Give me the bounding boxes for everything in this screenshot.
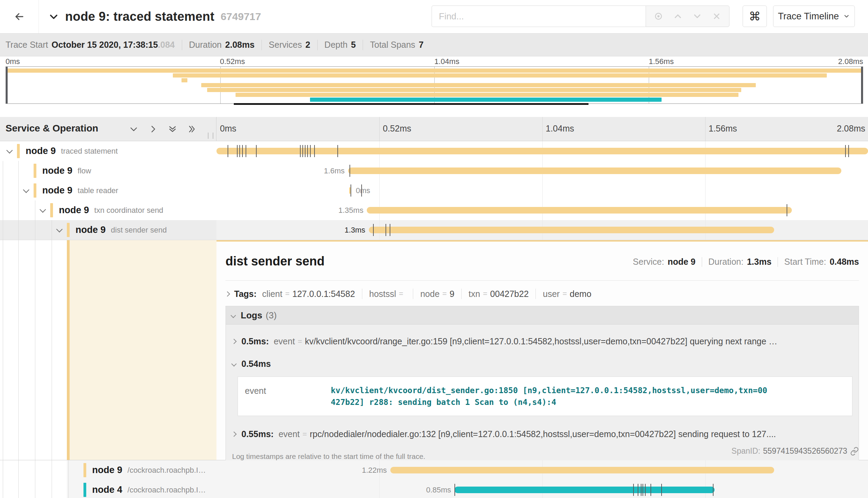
keyboard-shortcuts-button[interactable]: ⌘ <box>743 6 767 27</box>
minimap-canvas[interactable] <box>6 66 863 104</box>
copy-link-icon[interactable] <box>850 447 859 456</box>
span-row[interactable]: node 4/cockroach.roachpb.I…0.85ms <box>0 480 868 498</box>
span-name-cell[interactable]: node 4/cockroach.roachpb.I… <box>0 480 216 498</box>
log-marker-tick <box>246 145 246 157</box>
logs-header[interactable]: Logs (3) <box>226 306 859 325</box>
separator <box>535 289 536 299</box>
span-name-cell[interactable]: node 9table reader <box>0 181 216 200</box>
span-timeline-cell[interactable]: 1.22ms <box>216 460 868 480</box>
find-group <box>432 6 729 27</box>
find-controls <box>646 6 729 27</box>
tree-guide-line <box>68 480 69 498</box>
log-entry[interactable]: 0.5ms: event = kv/kvclient/kvcoord/range… <box>226 328 859 354</box>
span-duration-label: 0ms <box>356 181 370 200</box>
minimap-left-drag-handle[interactable] <box>6 67 8 103</box>
expand-all-double-chevron-down-icon[interactable] <box>167 124 178 134</box>
find-input[interactable] <box>432 6 646 27</box>
span-row[interactable]: node 9dist sender send1.3ms <box>0 220 868 240</box>
chevron-down-icon[interactable] <box>48 11 59 22</box>
span-name[interactable]: node 9table reader <box>42 181 118 200</box>
collapse-all-chevron-down-icon[interactable] <box>129 124 139 134</box>
operation-name: /cockroach.roachpb.I… <box>127 486 206 495</box>
span-duration-bar[interactable] <box>454 487 715 493</box>
arrow-left-icon <box>14 11 25 22</box>
span-name[interactable]: node 9flow <box>42 161 91 181</box>
separator <box>702 257 702 267</box>
collapse-span-chevron-icon[interactable] <box>56 226 62 232</box>
column-resizer-handle[interactable] <box>208 133 213 139</box>
span-row[interactable]: node 9txn coordinator send1.35ms <box>0 200 868 220</box>
span-timeline-cell[interactable]: 1.3ms <box>216 220 868 240</box>
summary-item: Depth5 <box>325 40 356 50</box>
log-entry[interactable]: 0.55ms: event = rpc/nodedialer/nodediale… <box>226 421 859 447</box>
span-name[interactable]: node 9traced statement <box>26 141 118 161</box>
timeline-tick-label: 0ms <box>220 124 236 134</box>
summary-value: October 15 2020, 17:38:15 <box>52 40 158 50</box>
log-marker-tick <box>237 145 238 157</box>
log-marker-tick <box>633 484 634 496</box>
span-timeline-cell[interactable]: 0ms <box>216 181 868 200</box>
span-detail-panel: dist sender send Service: node 9 Duratio… <box>216 240 868 460</box>
span-duration-bar[interactable] <box>367 207 792 214</box>
trace-timeline-page: node 9: traced statement 6749717 <box>0 0 868 498</box>
log-marker-tick <box>650 484 651 496</box>
log-marker-tick <box>713 484 714 496</box>
logs-count: (3) <box>266 310 277 321</box>
tag-key: txn <box>469 289 480 299</box>
span-name[interactable]: node 9txn coordinator send <box>59 200 163 220</box>
log-key: event <box>278 429 300 439</box>
log-entry-expanded: 0.54ms event kv/kvclient/kvcoord/dist_se… <box>226 354 859 416</box>
collapse-span-chevron-icon[interactable] <box>39 206 46 212</box>
back-button[interactable] <box>0 0 39 33</box>
span-name[interactable]: node 9/cockroach.roachpb.I… <box>92 460 206 480</box>
span-duration-bar[interactable] <box>348 167 841 174</box>
log-marker-tick <box>256 145 257 157</box>
span-timeline-cell[interactable]: 0.85ms <box>216 480 868 498</box>
minimap-span-bar <box>236 93 738 97</box>
span-duration-bar[interactable] <box>369 227 774 233</box>
minimap-right-drag-handle[interactable] <box>861 67 863 103</box>
minimap-scrub-bar[interactable] <box>234 103 588 105</box>
log-marker-tick <box>848 145 849 157</box>
span-timeline-cell[interactable]: 1.6ms <box>216 161 868 181</box>
span-row[interactable]: node 9traced statement <box>0 141 868 161</box>
summary-suffix: .084 <box>158 40 175 50</box>
collapse-span-chevron-icon[interactable] <box>23 187 29 193</box>
prev-match-icon[interactable] <box>670 9 685 24</box>
tags-row[interactable]: Tags: client=127.0.0.1:54582hostssl=node… <box>225 286 859 302</box>
span-name-cell[interactable]: node 9dist sender send <box>0 220 216 240</box>
timeline-grid-line <box>542 181 543 200</box>
locate-match-icon[interactable] <box>651 9 666 24</box>
expand-one-double-chevron-right-icon[interactable] <box>187 124 197 134</box>
minimap-tick-label: 1.56ms <box>649 57 674 66</box>
span-name-cell[interactable]: node 9traced statement <box>0 141 216 161</box>
collapse-span-chevron-icon[interactable] <box>6 147 12 153</box>
span-timeline-cell[interactable] <box>216 141 868 161</box>
separator <box>461 289 462 299</box>
clear-find-icon[interactable] <box>709 9 724 24</box>
span-name[interactable]: node 4/cockroach.roachpb.I… <box>92 480 206 498</box>
log-marker-tick <box>386 224 386 236</box>
span-name-cell[interactable]: node 9txn coordinator send <box>0 200 216 220</box>
tree-guide-line <box>18 240 19 460</box>
chevron-down-icon <box>231 361 237 367</box>
span-timeline-cell[interactable]: 1.35ms <box>216 200 868 220</box>
span-color-accent-bar <box>67 240 70 460</box>
collapse-one-chevron-right-icon[interactable] <box>148 124 158 134</box>
duration-label: Duration: <box>708 257 743 267</box>
span-name[interactable]: node 9dist sender send <box>76 220 167 240</box>
span-name-cell[interactable]: node 9/cockroach.roachpb.I… <box>0 460 216 480</box>
operation-name: traced statement <box>61 147 118 156</box>
span-name-cell[interactable]: node 9flow <box>0 161 216 181</box>
tag-value: 9 <box>450 289 454 299</box>
timeline-grid-line <box>705 181 706 200</box>
view-selector-button[interactable]: Trace Timeline <box>773 6 855 27</box>
span-row[interactable]: node 9flow1.6ms <box>0 161 868 181</box>
span-row[interactable]: node 9table reader0ms <box>0 181 868 200</box>
tag-item: client=127.0.0.1:54582 <box>262 289 355 299</box>
span-duration-bar[interactable] <box>390 467 774 473</box>
tree-guide-line <box>18 161 19 181</box>
next-match-icon[interactable] <box>690 9 705 24</box>
span-row[interactable]: node 9/cockroach.roachpb.I…1.22ms <box>0 460 868 480</box>
log-entry-header[interactable]: 0.54ms <box>226 354 859 373</box>
